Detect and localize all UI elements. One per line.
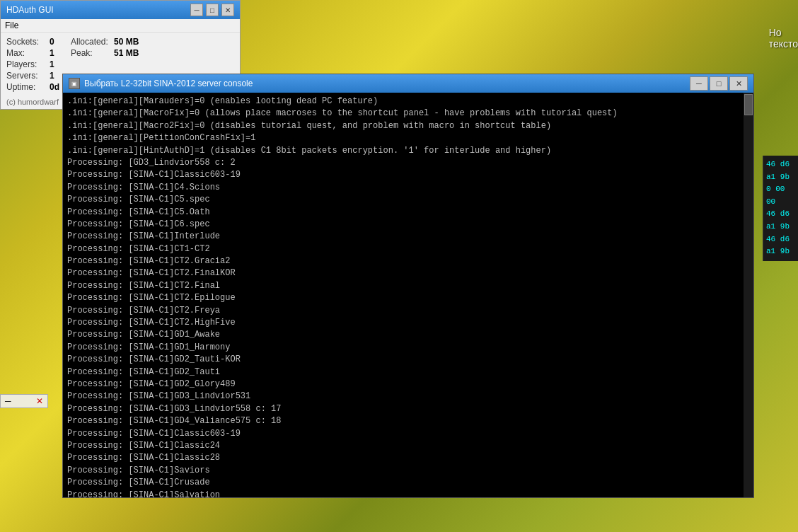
top-right-line2: тексто xyxy=(769,38,798,50)
allocated-row: Allocated: 50 MB xyxy=(71,37,139,47)
hex-line: a1 9b xyxy=(766,171,795,184)
servers-value: 1 xyxy=(50,71,54,81)
hdauth-close-button[interactable]: ✕ xyxy=(221,4,234,16)
hdauth-minimize-button[interactable]: ─ xyxy=(190,4,203,16)
bottom-close-btn[interactable]: ✕ xyxy=(36,396,43,406)
console-window-controls: ─ □ ✕ xyxy=(690,76,748,91)
bottom-minimize-btn[interactable]: ─ xyxy=(5,396,11,406)
top-right-text: Но тексто xyxy=(769,27,798,50)
bottom-left-panel: ─ ✕ xyxy=(0,394,48,408)
hdauth-maximize-button[interactable]: □ xyxy=(206,4,219,16)
hdauth-menubar: File xyxy=(1,19,240,33)
players-value: 1 xyxy=(50,59,54,69)
hdauth-titlebar: HDAuth GUI ─ □ ✕ xyxy=(1,1,240,19)
console-window: ▣ Выбрать L2-32bit SINA-2012 server cons… xyxy=(62,74,754,498)
stats-left-col: Sockets: 0 Max: 1 Players: 1 Servers: 1 … xyxy=(6,37,59,92)
allocated-label: Allocated: xyxy=(71,37,110,47)
servers-row: Servers: 1 xyxy=(6,71,59,81)
peak-value: 51 MB xyxy=(114,48,139,58)
console-scrollbar[interactable] xyxy=(744,93,753,497)
console-title-left: ▣ Выбрать L2-32bit SINA-2012 server cons… xyxy=(69,78,253,89)
file-menu-item[interactable]: File xyxy=(5,21,18,30)
hdauth-window-controls: ─ □ ✕ xyxy=(190,4,234,16)
right-hex-panel: 46 d6a1 9b0 00 0046 d6a1 9b46 d6a1 9b xyxy=(763,156,798,261)
uptime-label: Uptime: xyxy=(6,82,45,92)
hex-line: 46 d6 xyxy=(766,208,795,221)
console-title: Выбрать L2-32bit SINA-2012 server consol… xyxy=(84,79,253,88)
console-output: .ini:[general][Marauders]=0 (enables loo… xyxy=(67,96,749,497)
hdauth-title: HDAuth GUI xyxy=(6,5,54,15)
players-row: Players: 1 xyxy=(6,59,59,69)
hex-line: a1 9b xyxy=(766,221,795,233)
top-right-line1: Но xyxy=(769,27,798,38)
console-maximize-button[interactable]: □ xyxy=(710,76,728,91)
console-body: .ini:[general][Marauders]=0 (enables loo… xyxy=(63,93,753,497)
hex-line: 46 d6 xyxy=(766,233,795,246)
uptime-value: 0d xyxy=(50,82,59,92)
console-titlebar: ▣ Выбрать L2-32bit SINA-2012 server cons… xyxy=(63,74,753,93)
hex-line: 0 00 00 xyxy=(766,183,795,208)
allocated-value: 50 MB xyxy=(114,37,139,47)
max-value: 1 xyxy=(50,48,54,58)
servers-label: Servers: xyxy=(6,71,45,81)
console-minimize-button[interactable]: ─ xyxy=(690,76,708,91)
players-label: Players: xyxy=(6,59,45,69)
peak-label: Peak: xyxy=(71,48,110,58)
scrollbar-thumb[interactable] xyxy=(744,94,753,115)
uptime-row: Uptime: 0d xyxy=(6,82,59,92)
max-label: Max: xyxy=(6,48,45,58)
sockets-label: Sockets: xyxy=(6,37,45,47)
hex-line: 46 d6 xyxy=(766,158,795,171)
hex-line: a1 9b xyxy=(766,245,795,258)
max-row: Max: 1 xyxy=(6,48,59,58)
sockets-value: 0 xyxy=(50,37,54,47)
sockets-row: Sockets: 0 xyxy=(6,37,59,47)
console-close-button[interactable]: ✕ xyxy=(729,76,748,91)
console-icon: ▣ xyxy=(69,78,80,89)
peak-row: Peak: 51 MB xyxy=(71,48,139,58)
